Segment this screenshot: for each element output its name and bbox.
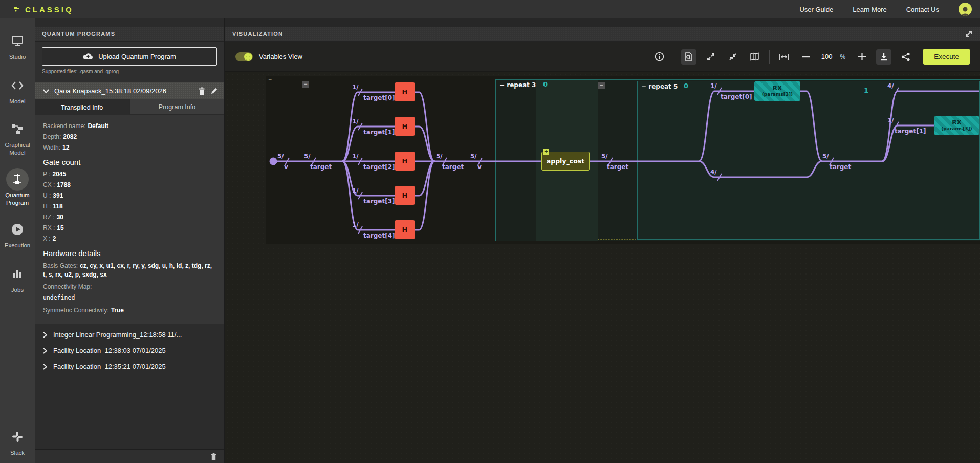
program-row[interactable]: Facility Location_12:38:03 07/01/2025: [35, 343, 224, 359]
info-button[interactable]: [652, 49, 667, 65]
apply-cost-gate[interactable]: + apply_cost: [541, 152, 590, 171]
gate-label: CX :: [43, 181, 55, 188]
gate-label: X :: [43, 235, 51, 242]
sidebar-item-graphical-model[interactable]: Graphical Model: [0, 118, 35, 157]
play-circle-icon: [6, 218, 29, 241]
trash-icon[interactable]: [210, 453, 217, 460]
h-gate[interactable]: H: [395, 152, 415, 171]
plus-icon: [858, 53, 866, 60]
program-row[interactable]: Facility Location_12:35:21 07/01/2025: [35, 359, 224, 374]
fit-width-button[interactable]: [776, 49, 792, 65]
fit-width-icon: [779, 53, 789, 60]
gate-value: 30: [57, 214, 63, 221]
sidebar-item-quantum-program[interactable]: Quantum Program: [0, 168, 35, 207]
program-info-tabs: Transpiled Info Program Info: [35, 99, 224, 115]
trash-icon[interactable]: [198, 87, 205, 95]
sidebar-item-studio[interactable]: Studio: [0, 30, 35, 61]
program-row[interactable]: Integer Linear Programming_12:18:58 11/.…: [35, 327, 224, 343]
toolbar-divider: [769, 50, 770, 64]
monitor-icon: [6, 30, 29, 52]
expand-all-button[interactable]: [703, 49, 718, 65]
visualization-panel: VISUALIZATION Variables View: [225, 18, 980, 463]
variables-view-toggle[interactable]: [235, 52, 253, 61]
wire-name-label: target[4]: [363, 232, 395, 239]
wire-size-label: 1/: [352, 187, 359, 194]
info-icon: [655, 52, 664, 61]
upload-button-label: Upload Quantum Program: [98, 53, 176, 60]
sidebar-label: Model: [2, 98, 33, 106]
repeat-5-iteration-0: 0: [684, 82, 688, 90]
field-label: Width:: [43, 144, 60, 151]
sidebar-label: Quantum Program: [2, 192, 33, 207]
chevron-down-icon[interactable]: [43, 89, 49, 93]
zoom-in-button[interactable]: [854, 49, 869, 65]
download-button[interactable]: [876, 49, 891, 65]
learn-more-link[interactable]: Learn More: [853, 6, 886, 13]
share-icon: [901, 52, 910, 61]
h-gate[interactable]: H: [395, 186, 415, 205]
chevron-right-icon: [43, 364, 47, 370]
target-block-collapse-badge[interactable]: −: [598, 82, 605, 89]
repeat-5-label: − repeat 5: [641, 83, 678, 90]
gate-count-heading: Gate count: [43, 158, 216, 166]
tab-transpiled-info[interactable]: Transpiled Info: [35, 99, 129, 115]
sidebar-item-execution[interactable]: Execution: [0, 218, 35, 249]
program-name: Qaoa Knapsack_15:38:18 02/09/2026: [54, 87, 193, 95]
connectivity-map-label: Connectivity Map:: [43, 283, 216, 291]
depth-field: Depth:2082: [43, 133, 216, 141]
sidebar-item-jobs[interactable]: Jobs: [0, 263, 35, 294]
fullscreen-expand-icon[interactable]: [965, 30, 973, 38]
rx-gate[interactable]: RX (params[3]): [754, 81, 800, 101]
classiq-logo[interactable]: CLASSIQ: [13, 5, 74, 14]
top-links: User Guide Learn More Contact Us: [799, 3, 972, 16]
gate-count-row: CX :1788: [43, 181, 216, 189]
avatar-silhouette-icon: [960, 6, 971, 16]
hadamard-collapse-badge[interactable]: −: [302, 81, 309, 88]
bar-chart-icon: [6, 263, 29, 285]
user-avatar[interactable]: [959, 3, 972, 16]
sidebar-item-slack[interactable]: Slack: [0, 426, 35, 457]
share-button[interactable]: [898, 49, 913, 65]
wire-name-label: target: [442, 163, 464, 171]
sidebar-item-model[interactable]: Model: [0, 74, 35, 106]
gate-count-row: P :2045: [43, 171, 216, 178]
expand-plus-badge[interactable]: +: [543, 149, 549, 155]
h-gate[interactable]: H: [395, 82, 415, 101]
h-gate[interactable]: H: [395, 220, 415, 239]
minimap-button[interactable]: [747, 49, 763, 65]
user-guide-link[interactable]: User Guide: [799, 6, 833, 13]
tab-program-info[interactable]: Program Info: [129, 99, 224, 115]
visualization-toolbar: Variables View: [225, 42, 980, 72]
repeat-3-label: − repeat 3: [499, 81, 536, 89]
upload-quantum-program-button[interactable]: Upload Quantum Program: [42, 47, 217, 66]
wire-size-label: 1/: [352, 83, 359, 91]
field-value: Default: [88, 122, 108, 130]
zoom-out-button[interactable]: [798, 49, 814, 65]
wire-size-label: 5/: [822, 153, 829, 160]
field-value: 12: [62, 144, 69, 151]
minus-icon: [802, 56, 810, 58]
program-row-selected[interactable]: Qaoa Knapsack_15:38:18 02/09/2026: [35, 82, 224, 99]
contact-us-link[interactable]: Contact Us: [906, 6, 939, 13]
execute-button[interactable]: Execute: [923, 49, 970, 65]
wire-name-label: target[0]: [721, 93, 752, 100]
collapse-all-button[interactable]: [725, 49, 741, 65]
rx-gate[interactable]: RX (params[3]): [934, 116, 979, 135]
quantum-programs-panel: QUANTUM PROGRAMS Upload Quantum Program …: [35, 18, 225, 463]
zoom-level-value: 100: [821, 53, 833, 60]
circuit-wires: [225, 72, 979, 463]
map-icon: [750, 52, 759, 61]
chevron-right-icon: [43, 332, 47, 338]
wire-name-label: target[1]: [895, 128, 926, 135]
chevron-right-icon: [43, 348, 47, 354]
panel-gap: [225, 18, 980, 27]
sidebar-label: Jobs: [2, 286, 33, 294]
edit-pencil-icon[interactable]: [210, 87, 218, 95]
supported-files-note: Supported files: .qasm and .qprog: [42, 69, 217, 74]
toolbar-divider: [674, 50, 674, 64]
h-gate[interactable]: H: [395, 117, 415, 136]
wire-name-label: target[3]: [363, 198, 395, 205]
search-document-button[interactable]: [681, 49, 696, 65]
logo-text: CLASSIQ: [25, 5, 74, 14]
circuit-canvas[interactable]: −: [225, 72, 980, 463]
